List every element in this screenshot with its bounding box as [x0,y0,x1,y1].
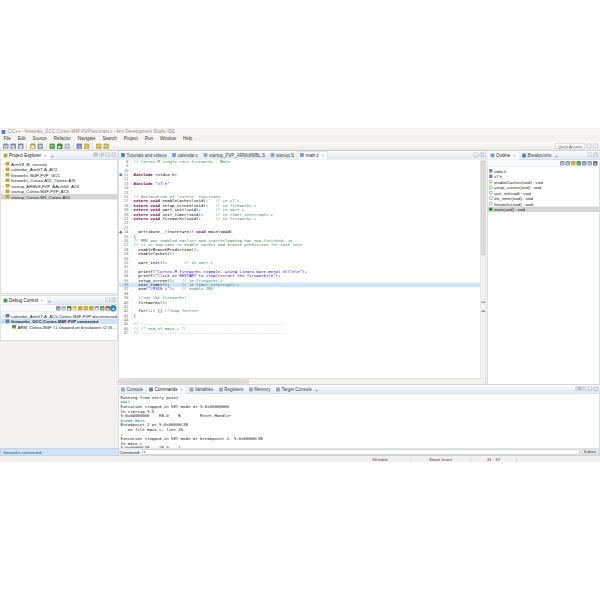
close-icon[interactable]: ✕ [513,153,516,158]
editor-tab-startup-fvp-armv8mbl-s[interactable]: startup_FVP_ARMv8MBL.S [201,152,268,160]
new-project-icon[interactable]: ▣ [30,143,36,149]
maximize-icon[interactable]: □ [594,153,599,158]
editor-vertical-scrollbar[interactable] [480,160,486,379]
forward-icon[interactable]: ↷ [104,143,110,149]
debug-item-label: ARM_Cortex-M4F #1 stopped on breakpoint … [17,324,117,329]
editor-tab-startup-s[interactable]: startup.S [268,152,297,160]
project-tree-item[interactable]: ▷startup_Cortex-M3_Cortex-A55 [1,194,118,200]
disconnect-icon[interactable]: ⌀ [62,306,67,311]
debug-perspective-icon[interactable] [593,144,598,149]
tab-variables[interactable]: Variables [187,386,216,394]
menu-item-help[interactable]: Help [180,135,196,142]
tab-memory[interactable]: Memory [246,386,273,394]
external-tools-icon[interactable]: ⚙ [65,143,71,149]
minimize-icon[interactable]: – [588,153,593,158]
scroll-lock-icon[interactable]: ⇩ [582,387,587,392]
build-icon[interactable]: ⚒ [38,143,44,149]
maximize-icon[interactable]: ▢ [594,387,599,392]
collapse-all-icon[interactable]: ⊟ [94,153,99,158]
close-icon[interactable]: ✕ [41,298,44,303]
quick-access-button[interactable]: Quick Access [555,143,585,149]
maximize-icon[interactable]: □ [112,298,117,303]
project-label: fireworks_Cortex-A55_Cortex-A76 [11,178,76,183]
tab-debug-control[interactable]: Debug Control ✕ [1,297,48,305]
code-segment: __attribute__((noreturn)) [134,229,197,234]
clear-console-icon[interactable]: ⌫ [576,387,581,392]
minimize-icon[interactable]: – [106,153,111,158]
close-icon[interactable]: ✕ [44,153,47,158]
connect-icon[interactable]: ⌁ [56,306,61,311]
new-view-plus-icon[interactable]: + [554,153,559,160]
hide-fields-icon[interactable]: ◻ [571,161,576,166]
menu-item-refactor[interactable]: Refactor [50,135,74,142]
code-editor[interactable]: 8// Cortex-M single-core fireworks - Mai… [118,160,486,379]
annotation-mark[interactable] [482,311,486,313]
new-file-icon[interactable]: ▤ [3,143,9,149]
tab-outline[interactable]: Outline✕ [488,152,520,160]
step-into-icon[interactable]: ↓ [78,306,83,311]
editor-tab-tutorials-and-videos[interactable]: Tutorials and videos [119,152,170,160]
step-mode-icon[interactable]: ◈ [111,306,116,311]
tab-registers[interactable]: Registers [216,386,246,394]
submit-button[interactable]: Submit [581,449,598,455]
close-icon[interactable]: ✕ [180,387,183,392]
editor-tab-main-c[interactable]: main.c✕ [297,151,328,159]
restart-icon[interactable]: ⟳ [100,306,105,311]
menu-item-project[interactable]: Project [120,135,141,142]
save-icon[interactable]: ▦ [11,143,17,149]
debug-tree-item[interactable]: ▾calendar_ArmV7-A_AC5-Cortex-M4F-FVP dis… [1,313,118,319]
step-over-icon[interactable]: ↷ [84,306,89,311]
menu-item-window[interactable]: Window [157,135,180,142]
save-all-icon[interactable]: ▩ [18,143,24,149]
new-view-plus-icon[interactable]: + [47,298,52,305]
menu-item-source[interactable]: Source [29,135,50,142]
tab-target-console[interactable]: Target Console [274,386,315,394]
maximize-icon[interactable]: □ [480,153,485,158]
sort-icon[interactable]: ⇅ [566,161,571,166]
debug-icon[interactable]: ☉ [50,143,56,149]
outline-item[interactable]: main(void) : void [488,207,600,213]
menu-item-edit[interactable]: Edit [14,135,29,142]
tab-project-explorer[interactable]: Project Explorer ✕ [1,152,51,160]
scrollbar-thumb[interactable] [119,380,249,384]
commands-output[interactable]: Running from entry pointwaitExecution st… [119,394,600,448]
scrollbar-thumb[interactable] [481,161,486,256]
menu-item-navigate[interactable]: Navigate [74,135,99,142]
step-out-icon[interactable]: ↑ [89,306,94,311]
project-explorer-title: Project Explorer [9,153,41,158]
link-editor-icon[interactable]: ⛓ [588,161,593,166]
new-view-plus-icon[interactable]: + [315,387,320,394]
hide-non-public-icon[interactable]: ＋ [582,161,587,166]
minimize-icon[interactable]: – [106,298,111,303]
view-menu-icon[interactable]: ▾ [593,161,598,166]
hide-static-icon[interactable]: ✓ [577,161,582,166]
interrupt-icon[interactable]: ❚❚ [73,306,78,311]
maximize-icon[interactable]: □ [112,153,117,158]
tab-breakpoints[interactable]: Breakpoints [520,152,555,160]
close-icon[interactable]: ✕ [321,153,324,158]
menu-item-file[interactable]: File [0,135,14,142]
terminate-icon[interactable]: ■ [106,306,111,311]
search-icon[interactable]: ◎ [77,143,83,149]
minimize-icon[interactable]: – [474,153,479,158]
run-icon[interactable]: ▶ [57,143,63,149]
tab-commands[interactable]: Commands✕ [146,386,187,394]
outline-tab-bar: Outline✕Breakpoints+–□ [488,151,600,160]
tab-console[interactable]: Console [119,386,147,394]
annotation-mark[interactable] [482,302,486,304]
editor-tab-calendar-c[interactable]: calendar.c [170,152,202,160]
annotation-icon[interactable]: ✎ [84,143,90,149]
continue-icon[interactable]: ▶ [67,306,72,311]
back-icon[interactable]: ↶ [96,143,102,149]
menu-item-run[interactable]: Run [141,135,156,142]
minimize-icon[interactable]: — [588,387,593,392]
menu-item-search[interactable]: Search [99,135,120,142]
new-view-plus-icon[interactable]: + [50,153,55,160]
command-input[interactable] [142,449,580,454]
project-label: startup_Cortex-M4F-FVP_AC6 [11,189,69,194]
instruction-stepping-icon[interactable]: ▣ [95,306,100,311]
collapse-all-icon[interactable]: ⊟ [560,161,565,166]
view-menu-icon[interactable]: ▾ [100,153,105,158]
debug-tree-item[interactable]: ARM_Cortex-M4F #1 stopped on breakpoint … [1,324,118,330]
cpp-perspective-icon[interactable] [587,144,592,149]
